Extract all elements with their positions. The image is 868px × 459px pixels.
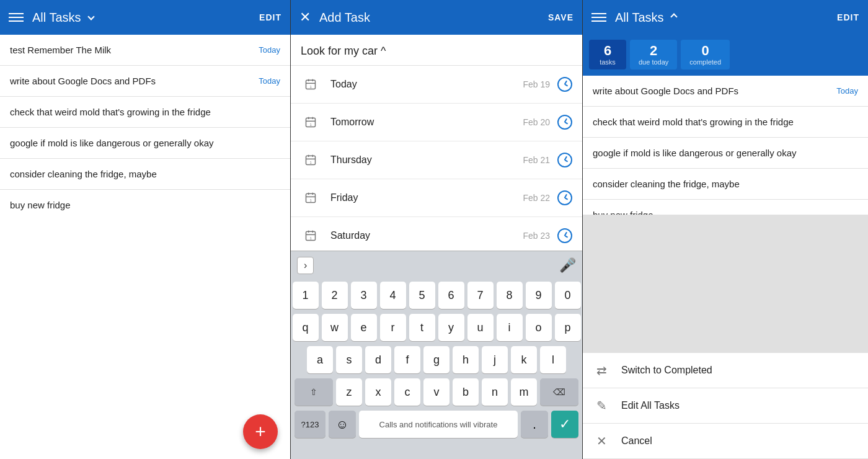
stat-badge[interactable]: 6tasks — [589, 40, 626, 69]
letter-key[interactable]: s — [336, 346, 362, 373]
emoji-key[interactable]: ☺ — [329, 411, 356, 438]
number-key[interactable]: 7 — [467, 282, 494, 309]
number-key[interactable]: 0 — [555, 282, 581, 309]
clock-icon[interactable] — [557, 77, 572, 92]
date-item[interactable]: 1 TodayFeb 19 — [291, 66, 582, 104]
number-key[interactable]: 8 — [497, 282, 523, 309]
number-key[interactable]: 3 — [351, 282, 377, 309]
clock-icon[interactable] — [557, 228, 572, 243]
number-key[interactable]: 2 — [322, 282, 348, 309]
hamburger-icon[interactable] — [9, 10, 24, 25]
left-panel: All Tasks EDIT test Remember The MilkTod… — [0, 0, 291, 459]
date-item[interactable]: 1 SaturdayFeb 23 — [291, 217, 582, 251]
stat-number: 2 — [639, 43, 668, 58]
close-icon[interactable]: ✕ — [299, 9, 311, 25]
number-key[interactable]: 6 — [438, 282, 464, 309]
right-panel: All Tasks EDIT 6tasks2due today0complete… — [583, 0, 868, 459]
stat-label: due today — [639, 58, 668, 66]
letter-key[interactable]: f — [394, 346, 420, 373]
mic-icon[interactable]: 🎤 — [559, 257, 576, 274]
stat-badge[interactable]: 2due today — [630, 40, 677, 69]
task-item[interactable]: consider cleaning the fridge, maybe — [0, 159, 290, 190]
keyboard-row-3: ⇧zxcvbnm⌫ — [292, 378, 581, 406]
right-task-item[interactable]: buy new fridge — [583, 200, 868, 214]
letter-key[interactable]: z — [336, 378, 362, 406]
date-item[interactable]: 1 ThursdayFeb 21 — [291, 141, 582, 179]
menu-item[interactable]: ✕Cancel — [583, 424, 868, 459]
left-task-list: test Remember The MilkTodaywrite about G… — [0, 35, 290, 409]
letter-key[interactable]: y — [438, 314, 464, 341]
done-key[interactable]: ✓ — [551, 411, 578, 438]
letter-key[interactable]: t — [409, 314, 435, 341]
right-task-item[interactable]: consider cleaning the fridge, maybe — [583, 169, 868, 200]
letter-key[interactable]: x — [365, 378, 391, 406]
number-key[interactable]: 1 — [293, 282, 319, 309]
date-value: Feb 22 — [523, 193, 550, 203]
letter-key[interactable]: d — [365, 346, 391, 373]
space-key[interactable]: Calls and notifications will vibrate — [359, 411, 518, 438]
chevron-down-icon[interactable] — [87, 13, 94, 20]
letter-key[interactable]: a — [307, 346, 333, 373]
letter-key[interactable]: w — [322, 314, 348, 341]
right-task-item[interactable]: check that weird mold that's growing in … — [583, 107, 868, 138]
calendar-icon: 1 — [301, 188, 321, 208]
menu-item[interactable]: ✎Edit All Tasks — [583, 388, 868, 424]
letter-key[interactable]: c — [394, 378, 420, 406]
task-item[interactable]: buy new fridge — [0, 190, 290, 220]
letter-key[interactable]: h — [453, 346, 479, 373]
letter-key[interactable]: r — [380, 314, 406, 341]
left-edit-button[interactable]: EDIT — [259, 12, 281, 22]
shift-key[interactable]: ⇧ — [294, 378, 333, 406]
stat-number: 0 — [689, 43, 721, 58]
task-text: buy new fridge — [593, 210, 653, 214]
task-badge: Today — [259, 45, 280, 55]
task-badge: Today — [259, 76, 280, 86]
delete-key[interactable]: ⌫ — [540, 378, 578, 406]
calendar-icon: 1 — [301, 150, 321, 170]
left-header: All Tasks EDIT — [0, 0, 290, 35]
letter-key[interactable]: i — [497, 314, 523, 341]
task-item[interactable]: test Remember The MilkToday — [0, 35, 290, 66]
sym-key[interactable]: ?123 — [294, 411, 326, 438]
number-key[interactable]: 9 — [526, 282, 552, 309]
task-text: google if mold is like dangerous or gene… — [10, 138, 214, 148]
letter-key[interactable]: g — [423, 346, 450, 373]
letter-key[interactable]: e — [351, 314, 377, 341]
number-key[interactable]: 5 — [409, 282, 435, 309]
right-task-item[interactable]: google if mold is like dangerous or gene… — [583, 138, 868, 169]
task-item[interactable]: write about Google Docs and PDFsToday — [0, 66, 290, 97]
clock-icon[interactable] — [557, 115, 572, 130]
letter-key[interactable]: o — [526, 314, 552, 341]
stat-badge[interactable]: 0completed — [681, 40, 730, 69]
right-task-item[interactable]: write about Google Docs and PDFsToday — [583, 76, 868, 107]
date-item[interactable]: 1 TomorrowFeb 20 — [291, 104, 582, 141]
date-item[interactable]: 1 FridayFeb 22 — [291, 179, 582, 217]
letter-key[interactable]: n — [482, 378, 508, 406]
save-button[interactable]: SAVE — [548, 12, 574, 22]
date-name: Saturday — [330, 230, 523, 241]
keyboard-chevron-button[interactable]: › — [297, 257, 314, 274]
letter-key[interactable]: u — [467, 314, 494, 341]
letter-key[interactable]: v — [423, 378, 450, 406]
right-hamburger-icon[interactable] — [591, 10, 606, 25]
menu-item[interactable]: ⇄Switch to Completed — [583, 353, 868, 388]
right-edit-button[interactable]: EDIT — [837, 12, 859, 22]
task-item[interactable]: google if mold is like dangerous or gene… — [0, 128, 290, 159]
calendar-icon: 1 — [301, 74, 321, 94]
date-name: Tomorrow — [330, 117, 523, 128]
letter-key[interactable]: p — [555, 314, 581, 341]
task-input[interactable] — [301, 45, 572, 58]
period-key[interactable]: . — [521, 411, 548, 438]
letter-key[interactable]: k — [511, 346, 537, 373]
clock-icon[interactable] — [557, 153, 572, 167]
letter-key[interactable]: b — [453, 378, 479, 406]
letter-key[interactable]: l — [540, 346, 566, 373]
number-key[interactable]: 4 — [380, 282, 406, 309]
add-task-fab[interactable]: + — [243, 414, 278, 449]
chevron-up-icon[interactable] — [670, 13, 677, 20]
letter-key[interactable]: q — [293, 314, 319, 341]
letter-key[interactable]: j — [482, 346, 508, 373]
letter-key[interactable]: m — [511, 378, 537, 406]
task-item[interactable]: check that weird mold that's growing in … — [0, 97, 290, 128]
clock-icon[interactable] — [557, 190, 572, 205]
